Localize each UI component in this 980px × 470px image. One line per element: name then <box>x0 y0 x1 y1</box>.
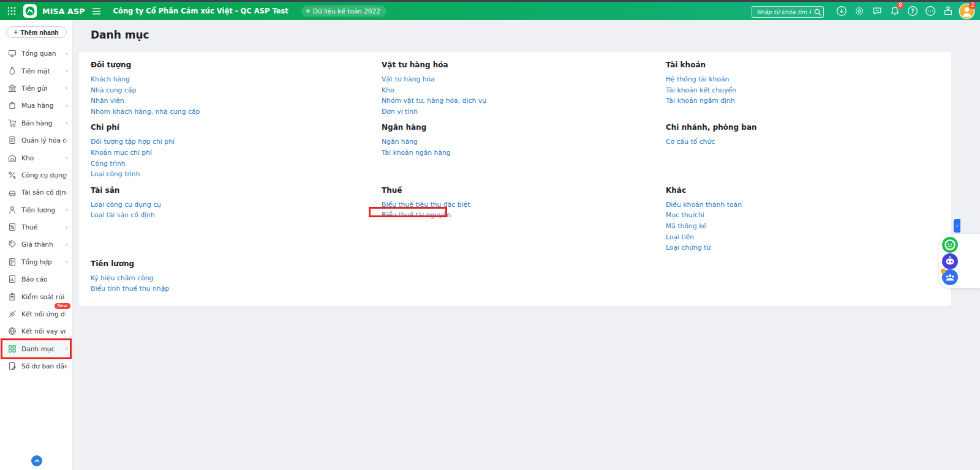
group-khac: KhácĐiều khoản thanh toánMục thu/chiMã t… <box>666 186 940 253</box>
avatar[interactable]: 2 <box>960 4 974 18</box>
category-link-row: Hệ thống tài khoản <box>666 73 940 84</box>
chat-icon[interactable] <box>871 5 883 17</box>
link-khoan-muc-chi-phi[interactable]: Khoản mục chi phí <box>91 149 152 157</box>
group-title: Khác <box>666 186 940 195</box>
category-link-row: Loại công trình <box>91 168 382 179</box>
link-vat-tu-hang-hoa[interactable]: Vật tư hàng hóa <box>382 75 435 83</box>
sidebar-item-bao-cao[interactable]: Báo cáo› <box>0 270 72 288</box>
link-nha-cung-cap[interactable]: Nhà cung cấp <box>91 86 136 94</box>
link-ky-hieu-cham-cong[interactable]: Ký hiệu chấm công <box>91 274 153 282</box>
notification-count-badge: 8 <box>897 2 904 9</box>
chevron-right-icon: › <box>66 102 68 110</box>
link-nhan-vien[interactable]: Nhân viên <box>91 97 124 105</box>
hamburger-icon[interactable] <box>91 5 103 17</box>
sidebar-item-mua-hang[interactable]: Mua hàng› <box>0 97 72 114</box>
sidebar-item-ban-hang[interactable]: Bán hàng› <box>0 114 72 132</box>
sidebar-item-kho[interactable]: Kho› <box>0 149 72 166</box>
widget-collapse-tab[interactable]: › <box>954 219 960 233</box>
sidebar-item-label: Thuế <box>21 223 37 231</box>
app-connect-icon <box>8 310 17 318</box>
sidebar-item-ket-noi-ung-dung[interactable]: Kết nối ứng dụng›New <box>0 305 72 323</box>
chevron-right-icon: › <box>66 50 68 58</box>
more-ellipsis-icon[interactable] <box>924 5 937 17</box>
link-bieu-tinh-thue-thu-nhap[interactable]: Biểu tính thuế thu nhập <box>91 285 169 293</box>
sidebar-item-tien-gui[interactable]: Tiền gửi› <box>0 80 72 97</box>
link-loai-tai-san-co-dinh[interactable]: Loại tài sản cố định <box>91 211 155 219</box>
help-icon[interactable]: ? <box>907 5 919 17</box>
link-he-thong-tai-khoan[interactable]: Hệ thống tài khoản <box>666 75 729 83</box>
scroll-top-button[interactable] <box>31 455 42 466</box>
link-bieu-thue-tai-nguyen[interactable]: Biểu thuế tài nguyên <box>382 211 451 219</box>
sidebar-item-label: Quản lý hóa đơn <box>21 136 66 144</box>
company-name[interactable]: Công ty Cổ Phần Cảm xúc Việt - QC ASP Te… <box>113 7 288 15</box>
sidebar-item-tien-luong[interactable]: Tiền lương› <box>0 201 72 218</box>
quick-add-button[interactable]: + Thêm nhanh <box>6 26 67 38</box>
sidebar-menu: Tổng quan›Tiền mặt›Tiền gửi›Mua hàng›Bán… <box>0 45 72 375</box>
sidebar-item-label: Tổng quan <box>21 50 56 57</box>
sidebar-item-so-du-ban-dau[interactable]: Số dư ban đầu› <box>0 357 72 375</box>
group-title: Chi phí <box>91 123 382 132</box>
chevron-right-icon: › <box>66 206 68 214</box>
link-nhom-vat-tu[interactable]: Nhóm vật tư, hàng hóa, dịch vụ <box>382 97 486 105</box>
group-title: Vật tư hàng hóa <box>382 61 666 70</box>
link-cong-trinh[interactable]: Công trình <box>91 160 126 168</box>
main-content: Danh mục Đối tượngKhách hàngNhà cung cấp… <box>73 20 980 470</box>
link-dieu-khoan-thanh-toan[interactable]: Điều khoản thanh toán <box>666 201 742 209</box>
category-link-row: Nhà cung cấp <box>91 84 382 95</box>
search-input[interactable] <box>752 6 824 18</box>
link-khach-hang[interactable]: Khách hàng <box>91 75 130 83</box>
group-tien-luong: Tiền lươngKý hiệu chấm côngBiểu tính thu… <box>91 259 382 294</box>
misa-logo[interactable] <box>23 4 37 18</box>
category-link-row: Mã thống kê <box>666 220 940 231</box>
tools-icon <box>8 171 17 179</box>
sidebar-item-thue[interactable]: Thuế› <box>0 218 72 236</box>
sidebar-item-ket-noi-vay-von[interactable]: Kết nối vay vốn› <box>0 323 72 340</box>
sidebar: + Thêm nhanh Tổng quan›Tiền mặt›Tiền gửi… <box>0 20 73 470</box>
link-loai-cong-trinh[interactable]: Loại công trình <box>91 170 140 178</box>
sidebar-item-tai-san-co-dinh[interactable]: Tài sản cố định› <box>0 184 72 201</box>
price-tag-icon <box>8 240 17 248</box>
community-button[interactable] <box>942 269 958 285</box>
link-tai-khoan-ngam-dinh[interactable]: Tài khoản ngầm định <box>666 97 735 105</box>
link-loai-chung-tu[interactable]: Loại chứng từ <box>666 244 710 252</box>
sidebar-item-quan-ly-hoa-don[interactable]: Quản lý hóa đơn› <box>0 132 72 149</box>
chevron-right-icon: › <box>956 223 959 229</box>
group-title: Thuế <box>382 186 666 195</box>
sidebar-item-tien-mat[interactable]: Tiền mặt› <box>0 62 72 79</box>
settings-gear-icon[interactable] <box>853 5 865 17</box>
download-icon[interactable] <box>835 5 848 17</box>
sidebar-item-danh-muc[interactable]: Danh mục› <box>0 340 72 357</box>
sidebar-item-tong-hop[interactable]: Tổng hợp› <box>0 253 72 270</box>
link-ma-thong-ke[interactable]: Mã thống kê <box>666 222 707 230</box>
link-muc-thu-chi[interactable]: Mục thu/chi <box>666 211 704 219</box>
support-bot-button[interactable] <box>942 237 958 253</box>
link-doi-tuong-tap-hop-chi-phi[interactable]: Đối tượng tập hợp chi phí <box>91 138 175 146</box>
link-co-cau-to-chuc[interactable]: Cơ cấu tổ chức <box>666 138 715 146</box>
link-bieu-thue-tieu-thu-dac-biet[interactable]: Biểu thuế tiêu thụ đặc biệt <box>382 201 470 209</box>
link-loai-tien[interactable]: Loại tiền <box>666 233 694 241</box>
link-loai-cong-cu-dung-cu[interactable]: Loại công cụ dụng cụ <box>91 201 161 209</box>
sidebar-item-gia-thanh[interactable]: Giá thành› <box>0 236 72 253</box>
group-links: Điều khoản thanh toánMục thu/chiMã thống… <box>666 199 940 253</box>
category-link-row: Khách hàng <box>91 73 382 84</box>
link-nhom-khach-hang-nha-cung-cap[interactable]: Nhóm khách hàng, nhà cung cấp <box>91 108 200 116</box>
category-link-row: Loại chứng từ <box>666 242 940 253</box>
link-kho[interactable]: Kho <box>382 86 394 94</box>
sidebar-item-cong-cu-dung-cu[interactable]: Công cụ dụng cụ› <box>0 166 72 184</box>
link-tai-khoan-ngan-hang[interactable]: Tài khoản ngân hàng <box>382 149 451 157</box>
whats-new-icon[interactable] <box>942 5 954 17</box>
sidebar-item-tong-quan[interactable]: Tổng quan› <box>0 45 72 62</box>
ledger-icon <box>8 258 17 266</box>
apps-grid-icon[interactable] <box>6 5 18 17</box>
sidebar-item-label: Tổng hợp <box>21 258 52 266</box>
accounting-data-badge[interactable]: Dữ liệu kế toán 2022 <box>301 6 386 17</box>
search-icon[interactable] <box>814 7 821 18</box>
link-don-vi-tinh[interactable]: Đơn vị tính <box>382 108 418 116</box>
link-ngan-hang[interactable]: Ngân hàng <box>382 138 418 146</box>
bell-icon[interactable]: 8 <box>889 5 901 17</box>
categories-grid-icon <box>8 345 17 353</box>
group-tai-khoan: Tài khoảnHệ thống tài khoảnTài khoản kết… <box>666 61 940 106</box>
link-tai-khoan-ket-chuyen[interactable]: Tài khoản kết chuyển <box>666 86 736 94</box>
sidebar-item-label: Danh mục <box>21 345 55 352</box>
ai-assistant-button[interactable] <box>942 253 958 269</box>
